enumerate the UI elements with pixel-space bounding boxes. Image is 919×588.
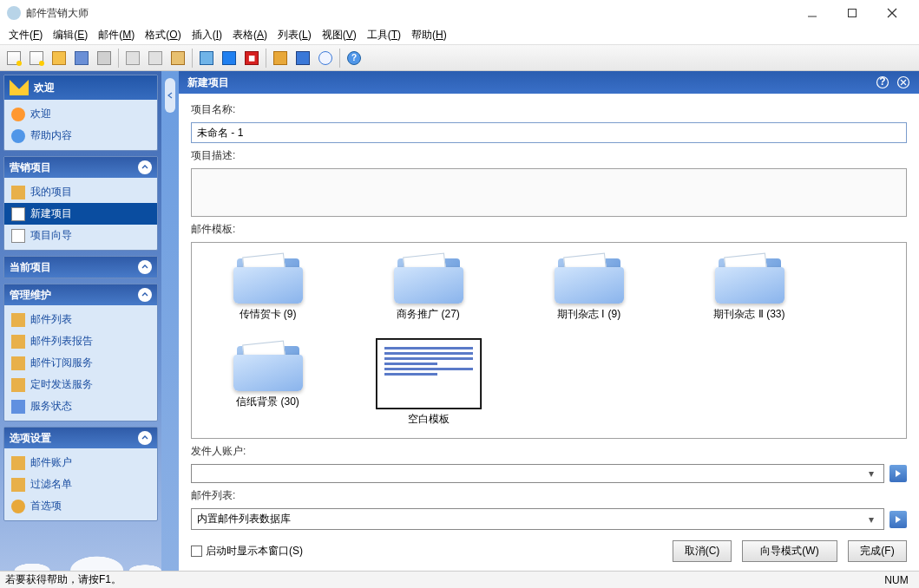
folder-icon [555, 252, 624, 304]
menu-h[interactable]: 帮助(H) [406, 26, 452, 44]
label-template: 邮件模板: [191, 222, 907, 237]
panel-current-header[interactable]: 当前项目 [4, 257, 157, 278]
label-project-desc: 项目描述: [191, 148, 907, 163]
pi-pref-icon [11, 500, 25, 513]
panel-welcome-title: 欢迎 [34, 81, 55, 95]
toolbar-stop[interactable]: ◼ [241, 48, 262, 69]
toolbar-cut[interactable] [122, 48, 143, 69]
maximize-button[interactable] [832, 0, 872, 26]
sidebar-item-label: 帮助内容 [30, 128, 72, 143]
panel-manage-header[interactable]: 管理维护 [4, 284, 157, 305]
toolbar-settings[interactable] [270, 48, 291, 69]
project-name-input[interactable] [191, 122, 907, 143]
sender-dropdown[interactable]: ▾ [191, 464, 884, 483]
menu-a[interactable]: 表格(A) [227, 26, 272, 44]
menu-t[interactable]: 工具(T) [362, 26, 406, 44]
panel-options-title: 选项设置 [10, 431, 51, 446]
startup-show-checkbox[interactable]: 启动时显示本窗口(S) [191, 544, 303, 559]
chevron-icon [138, 160, 152, 174]
menu-o[interactable]: 格式(O) [140, 26, 186, 44]
sidebar-item[interactable]: 新建项目 [4, 203, 157, 225]
checkbox-icon [191, 546, 202, 557]
panel-project: 营销项目 我的项目新建项目项目向导 [3, 156, 158, 251]
template-list[interactable]: 传情贺卡 (9)商务推广 (27)期刊杂志 Ⅰ (9)期刊杂志 Ⅱ (33)信纸… [191, 242, 907, 439]
document-icon [377, 339, 481, 408]
panel-manage: 管理维护 邮件列表邮件列表报告邮件订阅服务定时发送服务服务状态 [3, 284, 158, 421]
sidebar-item[interactable]: 邮件列表 [4, 309, 157, 330]
menu-v[interactable]: 视图(V) [317, 26, 362, 44]
folder-icon [715, 252, 784, 304]
title-bar: 邮件营销大师 [0, 0, 919, 26]
dropdown-arrow-icon: ▾ [864, 513, 878, 526]
menu-bar: 文件(F)编辑(E)邮件(M)格式(O)插入(I)表格(A)列表(L)视图(V)… [0, 26, 919, 45]
content-area: 新建项目 ? 项目名称: 项目描述: 邮件模板: 传情贺卡 (9)商务推广 (2… [179, 71, 919, 571]
template-item[interactable]: 空白模板 [361, 339, 496, 427]
panel-options-header[interactable]: 选项设置 [4, 428, 157, 448]
template-label: 期刊杂志 Ⅰ (9) [557, 307, 620, 322]
wizard-mode-button[interactable]: 向导模式(W) [742, 540, 837, 562]
menu-m[interactable]: 邮件(M) [93, 26, 140, 44]
sidebar-item[interactable]: 服务状态 [4, 395, 157, 417]
cancel-button[interactable]: 取消(C) [673, 540, 732, 562]
toolbar-copy[interactable] [145, 48, 166, 69]
pi-home-icon [11, 108, 25, 121]
toolbar-new[interactable] [3, 48, 24, 69]
project-desc-input[interactable] [191, 168, 907, 217]
toolbar-schedule[interactable] [196, 48, 217, 69]
sidebar-item[interactable]: 邮件列表报告 [4, 330, 157, 352]
sidebar-item[interactable]: 邮件订阅服务 [4, 352, 157, 374]
window-title: 邮件营销大师 [26, 6, 792, 21]
sidebar-item[interactable]: 过滤名单 [4, 474, 157, 495]
svg-rect-1 [849, 10, 857, 17]
toolbar-list[interactable] [292, 48, 313, 69]
toolbar-help[interactable]: ? [344, 48, 364, 69]
pi-wizard-icon [11, 229, 25, 243]
pi-timer-icon [11, 378, 25, 392]
sidebar-item[interactable]: 邮件账户 [4, 452, 157, 474]
panel-project-header[interactable]: 营销项目 [4, 157, 157, 178]
template-item[interactable]: 商务推广 (27) [361, 252, 496, 322]
envelope-icon [10, 80, 29, 95]
menu-l[interactable]: 列表(L) [272, 26, 317, 44]
menu-e[interactable]: 编辑(E) [48, 26, 93, 44]
splitter[interactable] [161, 71, 179, 571]
toolbar-search[interactable] [315, 48, 336, 69]
menu-f[interactable]: 文件(F) [3, 26, 48, 44]
folder-icon [394, 252, 463, 304]
toolbar-save[interactable] [71, 48, 92, 69]
sidebar-item[interactable]: 我的项目 [4, 181, 157, 203]
panel-welcome-header[interactable]: 欢迎 [4, 75, 157, 100]
sidebar-item[interactable]: 首选项 [4, 495, 157, 517]
sidebar-item-label: 邮件账户 [30, 455, 72, 470]
header-close-button[interactable] [896, 75, 910, 89]
pi-new-icon [11, 207, 25, 221]
template-label: 信纸背景 (30) [236, 395, 299, 409]
header-help-button[interactable]: ? [876, 75, 889, 89]
template-item[interactable]: 信纸背景 (30) [200, 339, 335, 427]
sidebar-item[interactable]: 帮助内容 [4, 125, 157, 147]
sidebar-item-label: 新建项目 [30, 206, 72, 221]
decorative-clouds [0, 519, 161, 571]
finish-button[interactable]: 完成(F) [848, 540, 907, 562]
splitter-grip [165, 78, 175, 113]
toolbar-paste[interactable] [167, 48, 188, 69]
close-button[interactable] [872, 0, 912, 26]
minimize-button[interactable] [792, 0, 832, 26]
sidebar-item[interactable]: 项目向导 [4, 225, 157, 246]
content-header: 新建项目 ? [179, 71, 919, 94]
sidebar-item[interactable]: 欢迎 [4, 103, 157, 125]
template-item[interactable]: 期刊杂志 Ⅰ (9) [522, 252, 656, 322]
toolbar-print[interactable] [94, 48, 115, 69]
menu-i[interactable]: 插入(I) [187, 26, 227, 44]
template-item[interactable]: 传情贺卡 (9) [200, 252, 335, 322]
sidebar-item[interactable]: 定时发送服务 [4, 374, 157, 395]
maillist-dropdown[interactable]: 内置邮件列表数据库 ▾ [191, 508, 884, 530]
toolbar-open[interactable] [49, 48, 69, 69]
toolbar-new-project[interactable] [26, 48, 47, 69]
sidebar-item-label: 服务状态 [30, 399, 72, 414]
template-item[interactable]: 期刊杂志 Ⅱ (33) [682, 252, 817, 322]
maillist-go-button[interactable] [889, 511, 907, 528]
toolbar-send[interactable] [219, 48, 240, 69]
sender-go-button[interactable] [889, 465, 907, 482]
template-label: 期刊杂志 Ⅱ (33) [713, 307, 784, 322]
